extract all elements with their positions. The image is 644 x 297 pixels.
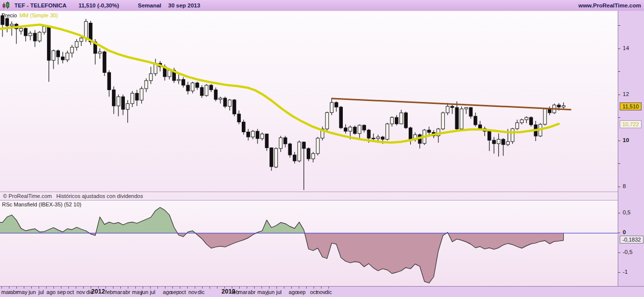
precio-label: Precio	[1, 12, 17, 18]
candle	[191, 82, 194, 93]
candle	[302, 142, 305, 190]
candle	[56, 50, 59, 64]
candle	[33, 30, 36, 47]
time-tick	[158, 287, 158, 289]
price-tick	[618, 187, 620, 187]
candle	[274, 148, 277, 168]
candle	[562, 102, 565, 109]
candle	[497, 134, 500, 157]
candle	[441, 112, 444, 130]
time-tick	[165, 287, 165, 289]
rsc-mansfield-chart[interactable]: RSc Mansfield (IBEX-35) (52 10)	[0, 200, 618, 287]
month-label: jul	[150, 289, 155, 295]
rsc-tick	[618, 272, 620, 273]
rsc-negative-area	[0, 207, 564, 283]
candle	[492, 137, 495, 153]
candle	[469, 107, 472, 118]
month-label: sep	[170, 289, 179, 295]
time-tick	[120, 287, 121, 289]
time-tick	[106, 287, 106, 289]
time-tick	[31, 287, 32, 289]
candle	[200, 85, 203, 98]
prorealtime-window: TEF - TELEFONICA 11,510 (-0,30%) Semanal…	[0, 0, 644, 297]
candle	[465, 107, 468, 114]
rsc-tick-label: -1	[623, 269, 628, 275]
candle	[312, 152, 315, 162]
candle	[437, 128, 440, 143]
indicator-title[interactable]: RSc Mansfield (IBEX-35) (52 10)	[2, 201, 81, 207]
candle	[182, 77, 185, 88]
time-tick	[239, 287, 240, 289]
candle	[140, 86, 143, 103]
candle	[325, 112, 328, 132]
year-label: 2012	[91, 288, 105, 295]
month-label: sep	[57, 289, 66, 295]
month-label: oct	[67, 289, 74, 295]
price-tick-label: 10	[623, 137, 629, 143]
month-label: oct	[179, 289, 186, 295]
candle	[446, 103, 449, 115]
candle	[418, 134, 421, 148]
time-tick	[61, 287, 61, 289]
month-label: may	[258, 289, 268, 295]
candle	[154, 59, 157, 76]
time-tick	[195, 287, 195, 289]
candle	[330, 98, 333, 115]
time-axis[interactable]: marabrmayjunjulagosepoctnovdic2012febmar…	[0, 286, 644, 297]
price-tick	[618, 117, 620, 118]
candle	[219, 97, 222, 103]
candle	[131, 91, 134, 107]
candle	[38, 31, 41, 43]
rsc-value-box: -0,1832	[620, 236, 644, 244]
price-tick-label: 12	[623, 91, 629, 97]
candle	[335, 101, 338, 112]
time-tick	[284, 287, 284, 289]
candle	[135, 90, 138, 106]
candle	[24, 28, 27, 42]
candle	[339, 106, 342, 129]
candle	[460, 106, 463, 130]
candle	[284, 136, 287, 147]
candle	[112, 86, 115, 114]
candle	[210, 84, 213, 92]
time-tick	[276, 287, 277, 289]
month-label: abr	[248, 289, 256, 295]
time-tick	[46, 287, 47, 289]
ma-legend-label[interactable]: MM (Simple 30)	[19, 12, 58, 18]
candle	[117, 95, 120, 116]
candle	[121, 95, 124, 115]
price-tick	[618, 71, 620, 72]
candle	[390, 116, 393, 127]
candle	[451, 105, 454, 114]
price-axis[interactable]: 11,510 10,722 -0,1832 14121080,50-0,5-1	[618, 11, 644, 286]
trendline[interactable]	[332, 99, 571, 109]
candle	[228, 99, 231, 110]
title-bar: TEF - TELEFONICA 11,510 (-0,30%) Semanal…	[0, 0, 644, 11]
month-label: ago	[47, 289, 55, 295]
candle	[288, 143, 291, 157]
rsc-tick	[618, 233, 620, 233]
price-tick-label: 14	[623, 45, 629, 51]
time-tick	[39, 287, 39, 289]
rsc-tick	[618, 252, 620, 253]
dividends-note: Históricos ajustados con dividendos	[56, 193, 143, 199]
time-tick	[262, 287, 262, 289]
time-tick	[269, 287, 269, 289]
month-label: dic	[198, 289, 205, 295]
candle	[400, 110, 403, 124]
rsc-tick	[618, 213, 620, 213]
price-tick	[618, 141, 620, 141]
candle	[52, 50, 55, 69]
candle	[483, 127, 486, 136]
candle	[242, 120, 245, 135]
month-label: sep	[297, 289, 306, 295]
time-tick	[1, 287, 2, 289]
dual-candlestick-icon	[1, 1, 11, 10]
rsc-tick-label: 0,5	[623, 209, 631, 215]
time-tick	[24, 287, 24, 289]
date-label: 30 sep 2013	[168, 2, 201, 8]
candle	[126, 100, 129, 123]
time-tick	[128, 287, 128, 289]
price-chart[interactable]: PrecioMM (Simple 30) © ProRealTime.com H…	[0, 11, 618, 200]
site-link[interactable]: www.ProRealTime.com	[578, 2, 641, 8]
